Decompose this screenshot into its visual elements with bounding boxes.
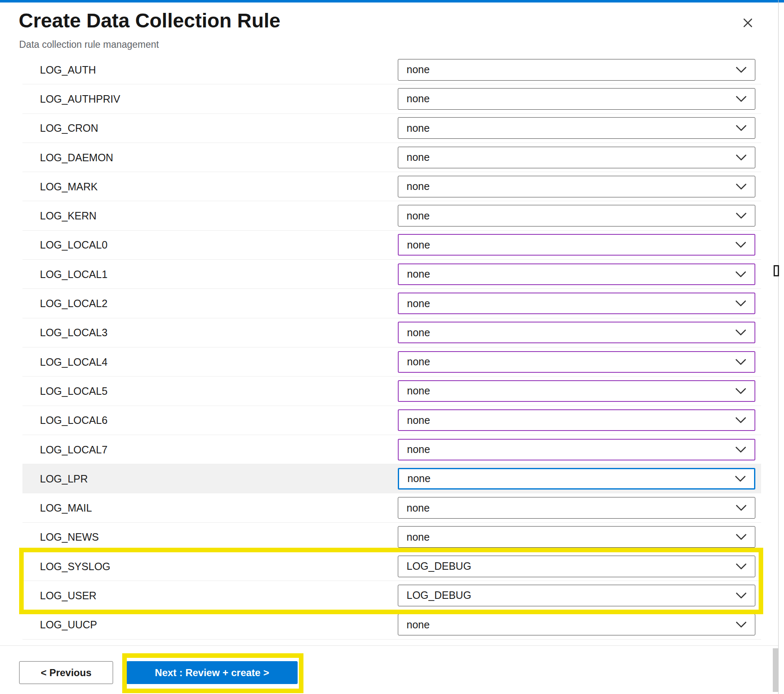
- facility-select[interactable]: none: [398, 293, 755, 314]
- facility-select[interactable]: none: [398, 497, 755, 519]
- facility-row: LOG_KERNnone: [22, 201, 761, 230]
- facility-row: LOG_UUCPnone: [22, 610, 761, 640]
- facility-select[interactable]: none: [398, 468, 755, 490]
- facility-select[interactable]: none: [398, 234, 755, 256]
- facility-row: LOG_NEWSnone: [22, 523, 761, 552]
- facility-row: LOG_LOCAL0none: [22, 231, 761, 260]
- chevron-down-icon: [735, 242, 746, 248]
- facility-row: LOG_AUTHnone: [22, 55, 761, 84]
- facility-row: LOG_AUTHPRIVnone: [22, 84, 761, 113]
- facility-row: LOG_LOCAL6none: [22, 406, 761, 435]
- chevron-down-icon: [736, 96, 747, 102]
- facility-label: LOG_MAIL: [40, 502, 92, 514]
- panel-right-border: [778, 0, 779, 694]
- facility-label: LOG_LOCAL2: [40, 298, 108, 310]
- facility-label: LOG_MARK: [40, 180, 98, 192]
- chevron-down-icon: [736, 125, 747, 131]
- facility-row: LOG_CRONnone: [22, 114, 761, 143]
- chevron-down-icon: [735, 330, 746, 336]
- facility-label: LOG_LOCAL7: [40, 443, 108, 455]
- facility-select-value: none: [398, 619, 430, 631]
- facility-label: LOG_DAEMON: [40, 151, 113, 163]
- close-button[interactable]: [738, 13, 757, 32]
- facility-select-value: none: [399, 327, 430, 339]
- facility-row: LOG_LOCAL4none: [22, 347, 761, 377]
- facility-label: LOG_LOCAL6: [40, 414, 108, 426]
- facility-select[interactable]: none: [398, 205, 755, 226]
- facility-select[interactable]: none: [398, 322, 755, 343]
- facility-label: LOG_LOCAL0: [40, 239, 108, 251]
- facility-select-value: none: [399, 356, 430, 368]
- chevron-down-icon: [735, 359, 746, 365]
- chevron-down-icon: [736, 592, 747, 598]
- facility-select-value: none: [399, 443, 430, 455]
- previous-button[interactable]: < Previous: [19, 661, 113, 684]
- facility-row: LOG_SYSLOGLOG_DEBUG: [22, 552, 761, 581]
- facility-select[interactable]: none: [398, 614, 755, 635]
- facility-select-value: none: [398, 210, 430, 222]
- chevron-down-icon: [735, 475, 746, 482]
- facility-label: LOG_LOCAL3: [40, 327, 108, 339]
- facility-select[interactable]: none: [398, 59, 755, 81]
- create-dcr-dialog: Create Data Collection Rule Data collect…: [0, 0, 784, 694]
- facility-select[interactable]: none: [398, 351, 755, 373]
- chevron-down-icon: [736, 213, 747, 219]
- facility-select[interactable]: none: [398, 409, 755, 431]
- chevron-down-icon: [735, 388, 746, 394]
- chevron-down-icon: [736, 66, 747, 73]
- facility-row: LOG_LOCAL1none: [22, 260, 761, 289]
- chevron-down-icon: [735, 300, 746, 307]
- facility-row: LOG_DAEMONnone: [22, 143, 761, 172]
- facility-label: LOG_AUTHPRIV: [40, 93, 120, 105]
- facility-select[interactable]: none: [398, 176, 755, 197]
- facility-select-value: none: [399, 268, 430, 280]
- facility-select[interactable]: LOG_DEBUG: [398, 585, 755, 606]
- facility-list: LOG_AUTHnoneLOG_AUTHPRIVnoneLOG_CRONnone…: [22, 55, 761, 640]
- facility-row: LOG_LOCAL2none: [22, 289, 761, 318]
- facility-label: LOG_LPR: [40, 473, 88, 485]
- facility-select-value: none: [398, 64, 430, 76]
- facility-select-value: LOG_DEBUG: [398, 560, 471, 572]
- facility-row: LOG_LOCAL3none: [22, 318, 761, 347]
- facility-label: LOG_USER: [40, 589, 96, 601]
- chevron-down-icon: [735, 446, 746, 453]
- chevron-down-icon: [736, 534, 747, 540]
- facility-select[interactable]: none: [398, 263, 755, 285]
- facility-select[interactable]: LOG_DEBUG: [398, 556, 755, 577]
- facility-select-value: none: [398, 122, 430, 134]
- chevron-down-icon: [736, 563, 747, 569]
- scrollbar-thumb[interactable]: [773, 648, 778, 692]
- chevron-down-icon: [735, 417, 746, 423]
- page-title: Create Data Collection Rule: [19, 9, 280, 32]
- facility-select-value: none: [398, 151, 430, 163]
- facility-row: LOG_MARKnone: [22, 172, 761, 201]
- facility-select[interactable]: none: [398, 117, 755, 139]
- page-subtitle: Data collection rule management: [19, 39, 159, 50]
- chevron-down-icon: [736, 622, 747, 628]
- facility-select[interactable]: none: [398, 88, 755, 110]
- facility-select-value: none: [398, 180, 430, 192]
- chevron-down-icon: [735, 271, 746, 277]
- facility-select-value: none: [398, 502, 430, 514]
- scrollbar-mark: [774, 265, 779, 276]
- facility-select-value: none: [399, 298, 430, 310]
- next-button[interactable]: Next : Review + create >: [126, 661, 298, 684]
- facility-select-value: none: [399, 473, 431, 485]
- facility-label: LOG_LOCAL4: [40, 356, 108, 368]
- facility-select-value: none: [398, 93, 430, 105]
- facility-label: LOG_NEWS: [40, 531, 99, 543]
- facility-select-value: none: [399, 385, 430, 397]
- facility-label: LOG_LOCAL5: [40, 385, 108, 397]
- facility-row: LOG_LOCAL5none: [22, 377, 761, 406]
- facility-select-value: none: [399, 414, 430, 426]
- facility-select-value: LOG_DEBUG: [398, 589, 471, 601]
- facility-row: LOG_LOCAL7none: [22, 435, 761, 464]
- facility-label: LOG_AUTH: [40, 64, 96, 76]
- facility-select[interactable]: none: [398, 147, 755, 168]
- chevron-down-icon: [736, 154, 747, 160]
- facility-select[interactable]: none: [398, 439, 755, 460]
- facility-select[interactable]: none: [398, 380, 755, 402]
- top-accent-bar: [0, 0, 784, 2]
- close-icon: [741, 16, 755, 30]
- facility-select[interactable]: none: [398, 526, 755, 548]
